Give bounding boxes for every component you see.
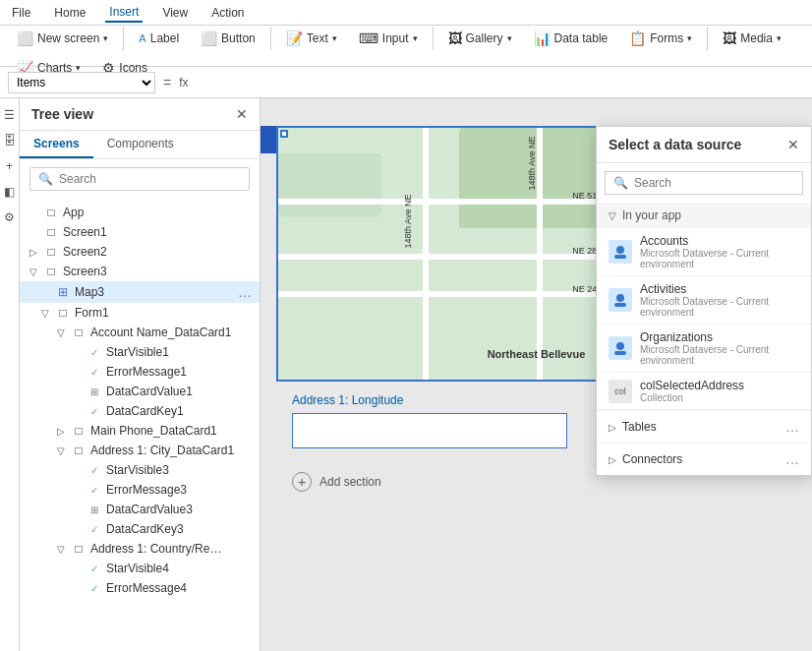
hamburger-icon[interactable]: ☰ bbox=[1, 106, 19, 124]
more-icon[interactable]: … bbox=[238, 284, 252, 300]
item-label: Screen1 bbox=[63, 225, 252, 239]
data-icon[interactable]: 🗄 bbox=[1, 132, 19, 149]
text-button[interactable]: 📝 Text ▾ bbox=[277, 26, 346, 51]
tree-item-country-card[interactable]: ▽ □ Address 1: Country/Region_DataC… bbox=[20, 539, 260, 559]
formula-select[interactable]: Items bbox=[8, 72, 155, 93]
item-label: DataCardKey3 bbox=[106, 522, 252, 536]
new-screen-icon: ⬜ bbox=[17, 30, 33, 46]
tree-tab-screens[interactable]: Screens bbox=[20, 131, 93, 158]
activities-name: Activities bbox=[640, 282, 799, 296]
forms-button[interactable]: 📋 Forms ▾ bbox=[620, 26, 701, 51]
input-button[interactable]: ⌨ Input ▾ bbox=[350, 26, 427, 51]
dialog-header: Select a data source ✕ bbox=[597, 127, 811, 163]
formula-input[interactable] bbox=[197, 74, 804, 91]
item-label: Address 1: Country/Region_DataC… bbox=[90, 542, 228, 556]
organizations-text: Organizations Microsoft Dataverse - Curr… bbox=[640, 330, 799, 366]
datacard-icon: □ bbox=[71, 424, 87, 438]
tree-item-screen1[interactable]: □ Screen1 bbox=[20, 222, 260, 242]
dialog-search-input[interactable] bbox=[634, 176, 794, 190]
tree-item-acct-card1[interactable]: ▽ □ Account Name_DataCard1 bbox=[20, 323, 260, 342]
form-input-box[interactable] bbox=[292, 413, 567, 448]
tree-search-input[interactable] bbox=[59, 172, 241, 186]
tree-item-form1[interactable]: ▽ □ Form1 bbox=[20, 303, 260, 323]
menu-action[interactable]: Action bbox=[207, 4, 248, 22]
tree-item-dck3[interactable]: ✓ DataCardKey3 bbox=[20, 519, 260, 539]
tree-tab-components[interactable]: Components bbox=[93, 131, 188, 158]
dialog-item-organizations[interactable]: Organizations Microsoft Dataverse - Curr… bbox=[597, 325, 811, 373]
menu-view[interactable]: View bbox=[158, 4, 192, 22]
tree-item-dcv1[interactable]: ⊞ DataCardValue1 bbox=[20, 382, 260, 401]
tree-item-dck1[interactable]: ✓ DataCardKey1 bbox=[20, 401, 260, 421]
item-label: Screen3 bbox=[63, 265, 252, 278]
item-label: StarVisible3 bbox=[106, 463, 252, 477]
toolbar-separator-4 bbox=[707, 27, 708, 50]
expand-icon: ▽ bbox=[55, 327, 67, 338]
tree-item-screen2[interactable]: ▷ □ Screen2 bbox=[20, 242, 260, 262]
new-screen-button[interactable]: ⬜ New screen ▾ bbox=[8, 26, 117, 51]
expand-icon: ▽ bbox=[55, 544, 67, 555]
dialog-item-accounts[interactable]: Accounts Microsoft Dataverse - Current e… bbox=[597, 228, 811, 276]
menu-bar: File Home Insert View Action bbox=[0, 0, 812, 26]
component-icon[interactable]: ◧ bbox=[1, 183, 19, 201]
svg-rect-1 bbox=[614, 255, 626, 259]
label-button[interactable]: A Label bbox=[130, 27, 188, 50]
screen-icon: □ bbox=[43, 245, 59, 259]
connectors-more-icon[interactable]: … bbox=[785, 451, 799, 467]
dialog-tables-section[interactable]: ▷ Tables … bbox=[597, 410, 811, 443]
collection-icon: col bbox=[609, 380, 632, 403]
check-icon: ✓ bbox=[87, 465, 102, 476]
tables-more-icon[interactable]: … bbox=[785, 419, 799, 435]
tree-item-star1[interactable]: ✓ StarVisible1 bbox=[20, 342, 260, 362]
media-button[interactable]: 🖼 Media ▾ bbox=[714, 26, 790, 51]
dialog-connectors-section[interactable]: ▷ Connectors … bbox=[597, 443, 811, 475]
dialog-section-in-app[interactable]: ▽ In your app bbox=[597, 203, 811, 228]
tree-item-phone-card1[interactable]: ▷ □ Main Phone_DataCard1 bbox=[20, 421, 260, 441]
tree-item-map3[interactable]: ⊞ Map3 … bbox=[20, 281, 260, 303]
tree-item-star3[interactable]: ✓ StarVisible3 bbox=[20, 460, 260, 480]
tree-item-star4[interactable]: ✓ StarVisible4 bbox=[20, 559, 260, 578]
dialog-item-colselected[interactable]: col colSelectedAddress Collection bbox=[597, 373, 811, 410]
svg-rect-5 bbox=[614, 351, 626, 355]
dialog-close-button[interactable]: ✕ bbox=[787, 137, 799, 152]
item-label: App bbox=[63, 206, 252, 219]
map-center-label: Northeast Bellevue bbox=[488, 348, 586, 360]
screen-icon: □ bbox=[43, 225, 59, 239]
formula-bar: Items = fx bbox=[0, 67, 812, 98]
datacard-icon: □ bbox=[71, 444, 87, 457]
dialog-item-activities[interactable]: Activities Microsoft Dataverse - Current… bbox=[597, 276, 811, 325]
gallery-button[interactable]: 🖼 Gallery ▾ bbox=[439, 26, 521, 51]
add-icon[interactable]: + bbox=[1, 157, 19, 175]
tree-item-dcv3[interactable]: ⊞ DataCardValue3 bbox=[20, 500, 260, 519]
dropdown-icon: ▾ bbox=[103, 33, 108, 43]
item-label: Map3 bbox=[75, 285, 234, 299]
activities-icon bbox=[609, 288, 632, 312]
text-icon: 📝 bbox=[286, 30, 303, 46]
menu-insert[interactable]: Insert bbox=[105, 3, 143, 23]
menu-file[interactable]: File bbox=[8, 4, 34, 22]
tree-item-error4[interactable]: ✓ ErrorMessage4 bbox=[20, 578, 260, 598]
data-source-dialog: Select a data source ✕ 🔍 ▽ In your app bbox=[596, 126, 812, 476]
item-label: ErrorMessage3 bbox=[106, 483, 252, 497]
data-table-button[interactable]: 📊 Data table bbox=[525, 26, 617, 51]
map-label-148th: 148th Ave NE bbox=[403, 194, 413, 248]
colselected-sub: Collection bbox=[640, 392, 799, 403]
accounts-sub: Microsoft Dataverse - Current environmen… bbox=[640, 248, 799, 269]
tree-item-app[interactable]: □ App bbox=[20, 203, 260, 222]
canvas-area: NE 51st St NE 28th St NE 24th St 148th A… bbox=[261, 98, 812, 651]
input-icon: ⌨ bbox=[359, 30, 378, 46]
tree-item-city-card1[interactable]: ▽ □ Address 1: City_DataCard1 bbox=[20, 441, 260, 460]
item-label: DataCardKey1 bbox=[106, 404, 252, 418]
tree-close-button[interactable]: ✕ bbox=[236, 106, 248, 122]
menu-home[interactable]: Home bbox=[50, 4, 89, 22]
item-label: StarVisible1 bbox=[106, 345, 252, 359]
tree-item-screen3[interactable]: ▽ □ Screen3 bbox=[20, 262, 260, 281]
tree-title: Tree view bbox=[31, 106, 93, 122]
tree-item-error1[interactable]: ✓ ErrorMessage1 bbox=[20, 362, 260, 382]
settings-icon[interactable]: ⚙ bbox=[1, 208, 19, 226]
dialog-search-icon: 🔍 bbox=[613, 176, 628, 190]
corner-handle-tl bbox=[280, 130, 288, 138]
tree-item-error3[interactable]: ✓ ErrorMessage3 bbox=[20, 480, 260, 500]
item-label: Address 1: City_DataCard1 bbox=[90, 444, 252, 457]
button-button[interactable]: ⬜ Button bbox=[192, 26, 264, 51]
map-label-148th-2: 148th Ave NE bbox=[527, 136, 537, 190]
